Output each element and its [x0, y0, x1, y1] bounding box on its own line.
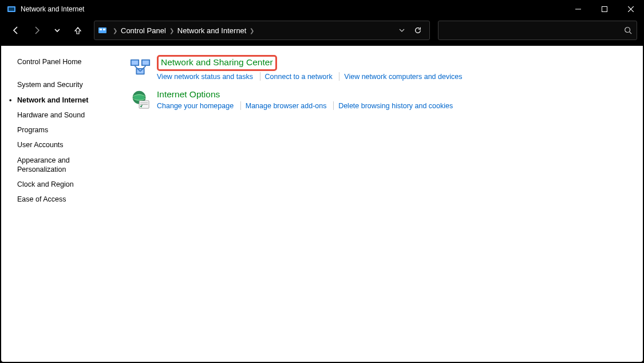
sub-link[interactable]: View network status and tasks	[157, 73, 253, 81]
up-button[interactable]	[69, 21, 87, 40]
maximize-button[interactable]	[591, 0, 618, 18]
window: Network and Internet ❯ Co	[0, 0, 644, 363]
navbar: ❯ Control Panel ❯ Network and Internet ❯	[0, 18, 644, 42]
chevron-right-icon: ❯	[167, 27, 176, 34]
svg-line-10	[630, 32, 632, 34]
main-panel: Network and Sharing Center View network …	[116, 46, 643, 362]
sidebar-item-user-accounts[interactable]: User Accounts	[17, 140, 111, 149]
recent-locations-button[interactable]	[48, 21, 66, 40]
search-box[interactable]	[438, 21, 637, 40]
sidebar-item-clock-region[interactable]: Clock and Region	[17, 180, 111, 189]
control-panel-icon	[98, 26, 107, 35]
dropdown-icon[interactable]	[394, 27, 410, 33]
category-network-sharing: Network and Sharing Center View network …	[129, 56, 629, 81]
sidebar: Control Panel Home System and Security N…	[1, 46, 116, 362]
sidebar-item-system-security[interactable]: System and Security	[17, 80, 111, 89]
svg-rect-3	[602, 7, 607, 12]
sidebar-home[interactable]: Control Panel Home	[17, 57, 111, 66]
search-icon	[624, 26, 632, 34]
svg-rect-8	[103, 29, 105, 30]
svg-rect-14	[143, 61, 149, 65]
sidebar-item-ease-of-access[interactable]: Ease of Access	[17, 195, 111, 204]
sub-link[interactable]: Connect to a network	[265, 73, 333, 81]
app-icon	[7, 5, 16, 14]
svg-point-9	[625, 27, 630, 33]
sub-link[interactable]: Delete browsing history and cookies	[338, 102, 453, 110]
sub-link[interactable]: Manage browser add-ons	[246, 102, 327, 110]
content-area: Control Panel Home System and Security N…	[1, 46, 643, 362]
close-button[interactable]	[618, 0, 644, 18]
breadcrumb-item[interactable]: Network and Internet	[176, 25, 248, 36]
highlight-annotation: Network and Sharing Center	[157, 55, 277, 71]
address-bar[interactable]: ❯ Control Panel ❯ Network and Internet ❯	[94, 21, 430, 40]
titlebar: Network and Internet	[0, 0, 644, 18]
chevron-right-icon: ❯	[247, 27, 256, 34]
svg-rect-7	[100, 29, 102, 30]
sidebar-item-network-internet[interactable]: Network and Internet	[17, 96, 111, 105]
svg-rect-12	[132, 61, 138, 65]
minimize-button[interactable]	[565, 0, 591, 18]
refresh-button[interactable]	[410, 26, 426, 34]
sidebar-item-hardware-sound[interactable]: Hardware and Sound	[17, 111, 111, 120]
svg-rect-1	[9, 7, 14, 11]
category-title-link[interactable]: Network and Sharing Center	[161, 57, 273, 68]
window-title: Network and Internet	[21, 5, 84, 13]
category-internet-options: Internet Options Change your homepage Ma…	[129, 89, 629, 111]
sidebar-item-appearance[interactable]: Appearance and Personalization	[17, 156, 111, 175]
forward-button[interactable]	[27, 21, 46, 40]
category-title-link[interactable]: Internet Options	[157, 89, 220, 100]
sidebar-item-programs[interactable]: Programs	[17, 125, 111, 135]
sub-link[interactable]: Change your homepage	[157, 102, 234, 110]
chevron-right-icon: ❯	[110, 27, 120, 34]
sub-link[interactable]: View network computers and devices	[344, 73, 462, 81]
internet-options-icon	[129, 89, 151, 111]
breadcrumb-item[interactable]: Control Panel	[120, 25, 167, 36]
network-sharing-icon	[129, 56, 151, 78]
back-button[interactable]	[7, 21, 25, 40]
